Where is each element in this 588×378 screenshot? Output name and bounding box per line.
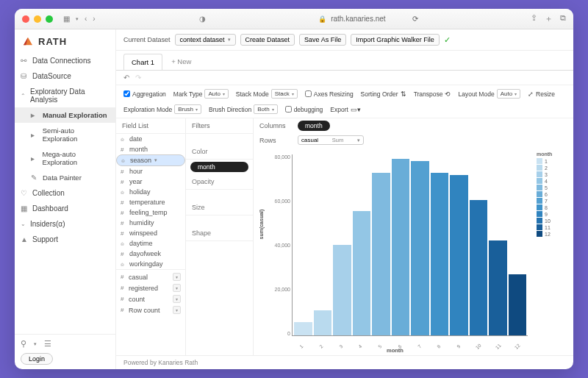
field-dayofweek[interactable]: #dayofweek <box>116 249 185 259</box>
aggregation-checkbox[interactable] <box>123 90 130 97</box>
bar-12[interactable] <box>509 274 527 335</box>
rows-shelf[interactable]: Rows casualSum <box>254 133 573 147</box>
legend-item-7[interactable]: 7 <box>537 198 567 204</box>
agg-select[interactable] <box>173 284 181 292</box>
user-icon[interactable]: ⚲ <box>21 339 26 349</box>
export-icon[interactable]: ▭▾ <box>351 106 361 113</box>
window-close-icon[interactable] <box>22 15 29 23</box>
nav-datasource[interactable]: ⛁DataSource <box>15 68 115 84</box>
tab-chart-1[interactable]: Chart 1 <box>123 54 162 70</box>
agg-select[interactable] <box>173 295 181 303</box>
nav-semi-auto[interactable]: ▸Semi-auto Exploration <box>15 123 115 146</box>
tab-new[interactable]: + New <box>164 54 198 70</box>
nav-support[interactable]: ▲Support <box>15 232 115 247</box>
measure-count[interactable]: #count <box>116 293 185 304</box>
field-temperature[interactable]: #temperature <box>116 197 185 207</box>
resize-icon[interactable]: ⤢ <box>528 90 534 98</box>
url-bar[interactable]: 🔒 rath.kanaries.net ⟳ <box>210 15 526 23</box>
window-max-icon[interactable] <box>46 15 53 23</box>
shield-icon[interactable]: ◑ <box>199 15 206 23</box>
nav-insiders[interactable]: ⌄Insiders(α) <box>15 216 115 232</box>
debugging-checkbox[interactable] <box>285 106 292 113</box>
current-dataset-select[interactable]: context dataset <box>175 34 236 46</box>
field-year[interactable]: #year <box>116 176 185 187</box>
nav-dashboard[interactable]: ▦Dashboard <box>15 201 115 216</box>
bar-6[interactable] <box>392 159 410 335</box>
legend-item-12[interactable]: 12 <box>537 231 567 237</box>
agg-select[interactable] <box>173 306 181 314</box>
bar-chart[interactable]: sum(casual) 80,00060,00040,00020,0000 12… <box>259 151 531 351</box>
legend-item-5[interactable]: 5 <box>537 185 567 190</box>
nav-mega-auto[interactable]: ▸Mega-auto Exploration <box>15 146 115 170</box>
measure-registered[interactable]: #registered <box>116 282 185 293</box>
field-season[interactable]: ⌾season <box>116 154 185 166</box>
create-dataset-button[interactable]: Create Dataset <box>240 34 295 46</box>
agg-select[interactable] <box>173 273 181 281</box>
import-walker-button[interactable]: Import Graphic Walker File <box>351 34 440 46</box>
nav-back-icon[interactable]: ‹ <box>85 15 87 23</box>
field-humidity[interactable]: #humidity <box>116 218 185 228</box>
chevron-down-icon[interactable]: ▾ <box>76 16 79 22</box>
nav-manual-exploration[interactable]: ▸Manual Exploration <box>15 107 115 123</box>
transpose-icon[interactable]: ⟲ <box>445 90 451 98</box>
axes-resizing-checkbox[interactable] <box>305 90 312 97</box>
legend-item-8[interactable]: 8 <box>537 204 567 210</box>
legend-item-2[interactable]: 2 <box>537 165 567 171</box>
redo-button[interactable]: ↷ <box>135 74 141 82</box>
columns-shelf[interactable]: Columns month <box>254 118 573 133</box>
nav-collection[interactable]: ♡Collection <box>15 185 115 201</box>
bar-3[interactable] <box>333 245 351 335</box>
bar-8[interactable] <box>431 173 449 335</box>
new-tab-icon[interactable]: ＋ <box>545 13 553 24</box>
color-pill[interactable]: month <box>190 162 248 172</box>
sort-asc-icon[interactable]: ⇅ <box>401 90 406 98</box>
settings-icon[interactable]: ☰ <box>44 339 51 349</box>
nav-data-painter[interactable]: ✎Data Painter <box>15 170 115 185</box>
sidebar-toggle-icon[interactable]: ▦ <box>63 15 70 23</box>
nav-data-connections[interactable]: ⚯Data Connections <box>15 53 115 68</box>
legend-item-9[interactable]: 9 <box>537 211 567 217</box>
legend-item-11[interactable]: 11 <box>537 224 567 230</box>
stack-mode-select[interactable]: Stack <box>271 89 298 99</box>
field-workingday[interactable]: ⌾workingday <box>116 259 185 269</box>
bar-10[interactable] <box>470 200 488 336</box>
brush-direction-select[interactable]: Both <box>254 104 277 114</box>
legend-item-1[interactable]: 1 <box>537 158 567 164</box>
tabs-icon[interactable]: ⧉ <box>560 13 566 24</box>
share-icon[interactable]: ⇪ <box>531 13 537 24</box>
bar-4[interactable] <box>353 211 371 335</box>
layout-mode-select[interactable]: Auto <box>497 89 520 99</box>
legend-item-10[interactable]: 10 <box>537 218 567 224</box>
field-holiday[interactable]: ⌾holiday <box>116 187 185 197</box>
chevron-down-icon[interactable]: ▾ <box>34 341 37 347</box>
workspace: Field List ⌾date#month⌾season#hour#year⌾… <box>116 118 573 355</box>
field-hour[interactable]: #hour <box>116 166 185 176</box>
columns-pill[interactable]: month <box>298 121 330 131</box>
field-feeling_temp[interactable]: #feeling_temp <box>116 207 185 218</box>
save-as-file-button[interactable]: Save As File <box>299 34 346 46</box>
measure-casual[interactable]: #casual <box>116 271 185 282</box>
field-month[interactable]: #month <box>116 144 185 154</box>
legend-item-4[interactable]: 4 <box>537 178 567 184</box>
field-date[interactable]: ⌾date <box>116 134 185 144</box>
bar-7[interactable] <box>411 161 429 335</box>
field-daytime[interactable]: ⌾daytime <box>116 238 185 249</box>
refresh-icon[interactable]: ⟳ <box>412 15 418 23</box>
bar-2[interactable] <box>314 310 332 335</box>
legend-item-6[interactable]: 6 <box>537 191 567 197</box>
nav-fwd-icon[interactable]: › <box>93 15 95 23</box>
bar-5[interactable] <box>372 173 390 335</box>
bar-9[interactable] <box>450 175 468 335</box>
undo-button[interactable]: ↶ <box>123 74 129 82</box>
rows-field-select[interactable]: casualSum <box>298 135 364 145</box>
legend-item-3[interactable]: 3 <box>537 171 567 177</box>
field-winspeed[interactable]: #winspeed <box>116 228 185 238</box>
login-button[interactable]: Login <box>21 353 53 365</box>
window-min-icon[interactable] <box>34 15 41 23</box>
measure-Row-count[interactable]: #Row count <box>116 304 185 315</box>
bar-1[interactable] <box>294 322 312 335</box>
mark-type-select[interactable]: Auto <box>204 89 228 99</box>
bar-11[interactable] <box>489 240 507 335</box>
nav-eda[interactable]: ⌃Exploratory Data Analysis <box>15 84 115 107</box>
exploration-mode-select[interactable]: Brush <box>174 104 201 114</box>
